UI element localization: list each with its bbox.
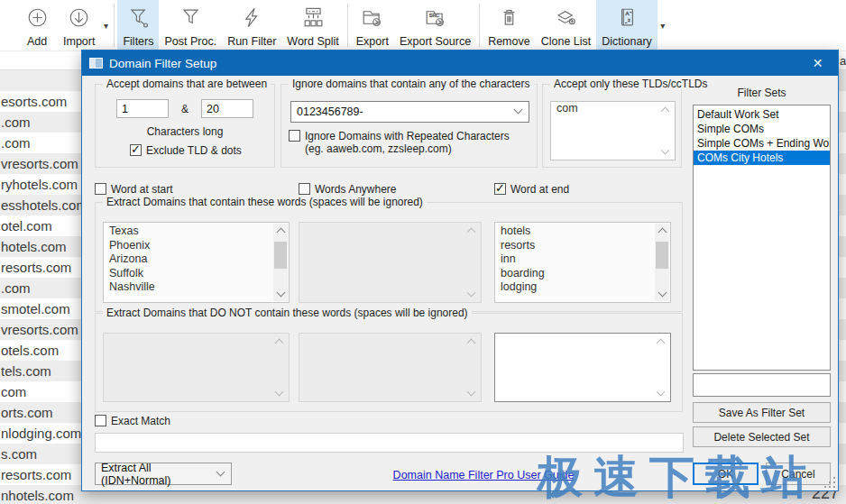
scroll-down-icon[interactable] [658,289,667,298]
exclude-tld-checkbox[interactable]: Exclude TLD & dots [130,144,242,157]
toolbar-button-clone-list[interactable]: Clone List [536,0,597,50]
filters-icon [125,5,151,30]
filter-set-item[interactable]: Simple COMs [694,122,830,136]
svg-text:A: A [625,10,629,15]
delete-selected-set-button[interactable]: Delete Selected Set [693,426,831,447]
toolbar-button-run-filter[interactable]: Run Filter [222,0,281,50]
ignore-characters-group: Ignore domains that contain any of the c… [280,84,538,168]
dialog-titlebar[interactable]: Domain Filter Setup [82,50,838,76]
words-anywhere-checkbox[interactable]: Words Anywhere [299,183,397,196]
funnel-icon [178,5,203,30]
filter-expression-input[interactable] [95,433,684,453]
ignore-characters-combobox[interactable]: 0123456789- [290,101,529,123]
toolbar-button-dictionary[interactable]: Az Dictionary [596,0,657,50]
exact-match-checkbox[interactable]: Exact Match [95,415,170,427]
not-contain-words-list-1[interactable] [103,333,290,402]
ampersand-label: & [181,103,189,115]
scroll-down-icon[interactable] [661,146,670,155]
checkbox-box [494,183,506,195]
scrollbar-thumb[interactable] [656,242,668,269]
scroll-down-icon[interactable] [657,388,666,397]
trash-icon [496,5,521,30]
dictionary-icon: Az [614,5,639,30]
scroll-down-icon[interactable] [277,289,286,298]
scroll-up-icon[interactable] [657,339,666,348]
close-icon[interactable] [797,50,838,76]
filter-sets-listbox: Default Work Set Simple COMs Simple COMs… [693,105,831,371]
toolbar-button-remove[interactable]: Remove [483,0,536,50]
toolbar-button-filters[interactable]: Filters [117,0,159,50]
import-icon [67,5,92,30]
toolbar-button-word-split[interactable]: Word Split [281,0,344,50]
scrollbar-thumb[interactable] [274,242,287,269]
word-at-start-checkbox[interactable]: Word at start [95,183,172,196]
checkbox-box [95,183,106,195]
clone-list-icon [553,5,578,30]
scroll-down-icon[interactable] [467,289,476,298]
user-guide-link[interactable]: Domain Name Filter Pro User Guide [393,469,575,481]
tld-textarea[interactable]: com [550,101,676,160]
toolbar-button-add[interactable]: Add [16,0,58,50]
scroll-up-icon[interactable] [275,339,284,348]
repeated-characters-checkbox[interactable]: Ignore Domains with Repeated Characters … [289,130,530,155]
chevron-down-icon [216,467,225,476]
characters-long-label: Characters long [96,125,274,138]
word-split-icon [300,5,326,30]
help-link-container: Domain Name Filter Pro User Guide [380,466,587,482]
toolbar-button-export-source[interactable]: SRC Export Source [394,0,476,50]
checkbox-box [130,144,142,156]
ok-button[interactable]: OK [693,463,759,485]
checkbox-box [289,130,300,142]
not-contain-words-list-2[interactable] [299,333,482,402]
toolbar: Add Import Filters Post Proc. Run Filter… [0,0,846,51]
extract-mode-dropdown[interactable]: Extract All (IDN+Normal) [95,463,232,485]
export-icon [360,5,385,30]
filter-sets-label: Filter Sets [693,87,831,99]
contain-words-list-3[interactable]: hotels resorts inn boarding lodging [494,222,671,303]
contain-words-list-1[interactable]: Texas Phoenix Arizona Suffolk Nashville [103,222,290,303]
scroll-down-icon[interactable] [275,388,284,397]
toolbar-button-post-proc[interactable]: Post Proc. [159,0,222,50]
chevron-down-icon [514,105,523,115]
scroll-up-icon[interactable] [467,339,476,348]
filter-set-item[interactable]: COMs City Hotels [694,151,830,165]
dialog-app-icon [89,58,103,69]
word-at-end-checkbox[interactable]: Word at end [494,183,569,196]
tld-group: Accept only these TLDs/ccTLDs com [542,84,682,168]
checkbox-box [299,183,310,195]
scroll-down-icon[interactable] [467,388,476,397]
checkbox-box [95,415,106,426]
dialog-title: Domain Filter Setup [109,57,216,70]
lightning-icon [239,5,264,30]
domain-filter-setup-dialog: Domain Filter Setup Accept domains that … [81,50,839,491]
add-icon [24,5,50,30]
svg-text:SRC: SRC [429,12,440,17]
scroll-up-icon[interactable] [467,228,476,237]
scrollbar[interactable] [273,224,288,301]
cancel-button[interactable]: Cancel [766,463,831,485]
toolbar-button-import[interactable]: Import [58,0,100,50]
toolbar-separator [479,4,480,47]
svg-text:z: z [627,16,630,22]
scrollbar[interactable] [655,224,669,301]
scroll-up-icon[interactable] [277,228,286,237]
length-group: Accept domains that are between & Charac… [95,84,275,168]
toolbar-button-export[interactable]: Export [351,0,394,50]
max-length-input[interactable] [201,99,253,118]
save-as-filter-set-button[interactable]: Save As Filter Set [693,402,831,423]
resize-grip[interactable] [824,477,835,488]
toolbar-separator [347,4,348,47]
import-dropdown-caret[interactable] [100,0,111,50]
filter-set-item[interactable]: Simple COMs + Ending Words [694,136,830,151]
not-contain-words-list-3[interactable] [494,333,671,402]
filter-set-name-input[interactable] [693,373,831,397]
toolbar-separator [114,4,115,47]
scroll-up-icon[interactable] [658,228,667,237]
min-length-input[interactable] [116,99,169,118]
filter-set-item[interactable]: Default Work Set [694,107,830,122]
clipped-header-text: a [840,54,846,68]
dictionary-dropdown-caret[interactable] [657,0,668,50]
contain-words-list-2[interactable] [299,222,482,303]
export-source-icon: SRC [423,5,448,30]
